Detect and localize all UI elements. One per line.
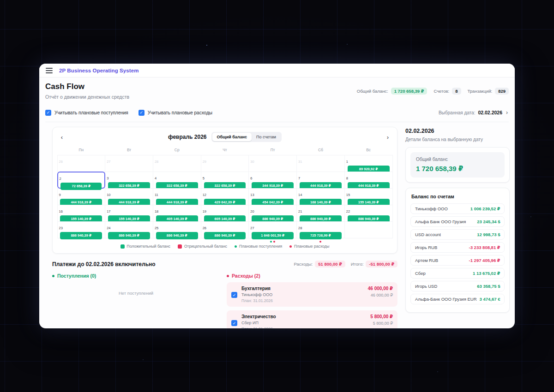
checkbox-checked-icon[interactable]: ✓ [138, 110, 145, 116]
summary-label: Итого: [351, 261, 364, 267]
calendar-day[interactable]: 12429 642,39 ₽ [201, 188, 249, 205]
expense-item[interactable]: ✓ЭлектричествоСбер ИППлан: 31.01.20265 8… [227, 310, 397, 328]
account-balance: 23 245,34 $ [477, 219, 500, 224]
calendar-day[interactable]: 22886 940,39 ₽ [344, 205, 393, 222]
calendar-day[interactable]: 18405 140,39 ₽ [153, 205, 201, 222]
weekday-label: Чт [201, 146, 249, 154]
calendar-day[interactable] [344, 221, 393, 238]
calendar-day[interactable]: 26886 940,39 ₽ [201, 221, 249, 238]
calendar-day[interactable]: 4322 658,39 ₽ [153, 172, 201, 189]
filter-checkbox-2[interactable]: ✓Учитывать плановые расходы [138, 110, 212, 116]
planned-expense-dot-icon [319, 241, 321, 243]
app-title: 2P Business Operating System [59, 68, 139, 73]
calendar-day[interactable]: 8444 918,39 ₽ [344, 172, 393, 189]
expense-title: Бухгалтерия [241, 286, 364, 291]
chevron-right-icon[interactable]: › [505, 109, 509, 116]
expense-checkbox-icon[interactable]: ✓ [231, 320, 237, 326]
account-name: Артем RUB [415, 258, 438, 263]
calendar-day[interactable]: 28725 726,99 ₽ [296, 221, 345, 238]
calendar-day[interactable]: 11444 918,39 ₽ [153, 188, 201, 205]
calendar-day[interactable]: 16155 140,39 ₽ [57, 205, 106, 222]
weekday-label: Пн [57, 146, 105, 154]
expense-item[interactable]: ✓БухгалтерияТинькофф ОООПлан: 31.01.2026… [227, 282, 397, 307]
calendar-view-toggle: Общий балансПо счетам [211, 132, 282, 142]
account-name: USD account [415, 232, 441, 237]
expense-amount-sub: 46 000,00 ₽ [368, 293, 393, 297]
income-header: Поступления (0) [52, 273, 220, 279]
total-balance-label: Общий баланс [416, 157, 499, 162]
calendar-day[interactable]: 6344 918,39 ₽ [248, 172, 297, 189]
calendar-day[interactable]: 27 [105, 155, 153, 172]
account-row[interactable]: Артем RUB-1 297 405,96 ₽ [410, 255, 505, 266]
legend-item: Плановые расходы [289, 244, 329, 249]
calendar-day[interactable]: 3322 658,39 ₽ [105, 172, 153, 189]
calendar-month-label: февраль 2026 [168, 134, 206, 140]
selected-date-picker[interactable]: Выбранная дата: 02.02.2026 › [439, 109, 509, 116]
calendar-day[interactable]: 19605 140,39 ₽ [201, 205, 249, 222]
hamburger-menu-icon[interactable] [46, 68, 53, 73]
planned-income-dot-icon [270, 241, 272, 243]
calendar-day[interactable]: 7444 918,39 ₽ [296, 172, 345, 189]
account-row[interactable]: Альфа-Банк ООО Грузия EUR3 474,67 € [410, 294, 505, 304]
expense-plan-date: План: 31.01.2026 [241, 298, 364, 303]
calendar-day[interactable]: 26 [57, 155, 106, 172]
calendar-day-selected[interactable]: 272 658,39 ₽ [57, 172, 106, 189]
day-number: 4 [155, 176, 157, 180]
account-name: Альфа Банк ООО Грузия [415, 219, 466, 224]
plan-filters: ✓Учитывать плановые поступления✓Учитыват… [45, 110, 212, 116]
account-row[interactable]: Тинькофф ООО1 006 239,52 ₽ [410, 203, 505, 214]
calendar-day[interactable]: 17155 140,39 ₽ [105, 205, 153, 222]
calendar-legend: Положительный балансОтрицательный баланс… [57, 242, 392, 249]
account-row[interactable]: Альфа Банк ООО Грузия23 245,34 $ [410, 216, 505, 227]
day-number: 8 [346, 176, 348, 180]
accounts-title: Баланс по счетам [410, 194, 505, 199]
day-number: 26 [59, 160, 63, 164]
calendar-day[interactable]: 21886 940,39 ₽ [296, 205, 345, 222]
calendar-prev-button[interactable]: ‹ [57, 134, 66, 141]
filter-label: Учитывать плановые поступления [54, 110, 128, 115]
expense-info: БухгалтерияТинькофф ОООПлан: 31.01.2026 [241, 286, 364, 303]
expense-checkbox-icon[interactable]: ✓ [231, 292, 237, 298]
calendar-day[interactable]: 30 [248, 155, 297, 172]
day-number: 28 [155, 160, 158, 164]
stat-value-badge: 1 720 658,39 ₽ [391, 88, 428, 95]
weekday-label: Вс [344, 146, 392, 154]
calendar-day[interactable]: 23886 940,39 ₽ [57, 221, 106, 238]
calendar-day[interactable]: 24886 940,39 ₽ [105, 221, 153, 238]
calendar-day[interactable]: 29 [201, 155, 249, 172]
day-number: 24 [107, 226, 110, 230]
view-toggle-by-accounts[interactable]: По счетам [252, 133, 281, 141]
income-dot-icon [52, 275, 54, 277]
calendar-day[interactable]: 31 [296, 155, 345, 172]
view-toggle-total[interactable]: Общий баланс [212, 133, 252, 141]
calendar-day[interactable]: 9444 918,39 ₽ [57, 188, 106, 205]
calendar-day[interactable]: 13454 042,39 ₽ [248, 188, 297, 205]
page-title: Cash Flow [45, 82, 129, 91]
calendar-day[interactable]: 20886 940,39 ₽ [248, 205, 297, 222]
day-number: 22 [346, 209, 350, 214]
day-number: 26 [203, 226, 206, 230]
legend-label: Отрицательный баланс [184, 244, 227, 249]
account-row[interactable]: Сбер1 13 675,02 ₽ [410, 268, 505, 279]
legend-label: Положительный баланс [127, 244, 170, 249]
account-row[interactable]: USD account12 998,73 $ [410, 229, 505, 240]
calendar-day[interactable]: 28 [153, 155, 201, 172]
calendar-day[interactable]: 25886 940,39 ₽ [153, 221, 201, 238]
checkbox-checked-icon[interactable]: ✓ [45, 110, 51, 116]
sidebar-subtitle: Детали баланса на выбранную дату [405, 137, 510, 142]
calendar-day[interactable]: 14168 140,39 ₽ [296, 188, 345, 205]
filter-checkbox-1[interactable]: ✓Учитывать плановые поступления [45, 110, 128, 116]
calendar-next-button[interactable]: › [383, 134, 392, 141]
account-row[interactable]: Игорь USD63 358,75 $ [410, 281, 505, 291]
calendar-day[interactable]: 271 646 001,59 ₽ [248, 221, 297, 238]
account-balance: 12 998,73 $ [477, 232, 500, 237]
calendar-day[interactable]: 10444 918,39 ₽ [105, 188, 153, 205]
account-name: Тинькофф ООО [415, 206, 448, 211]
stat-label: Транзакций: [468, 89, 493, 94]
calendar-day[interactable]: 5322 658,39 ₽ [201, 172, 249, 189]
account-balance: -1 297 405,96 ₽ [469, 258, 500, 263]
account-row[interactable]: Игорь RUB-3 233 808,81 ₽ [410, 242, 505, 253]
calendar-day[interactable]: 15155 140,39 ₽ [344, 188, 393, 205]
calendar-day[interactable]: 189 920,92 ₽ [344, 155, 393, 172]
account-name: Альфа-Банк ООО Грузия EUR [415, 297, 477, 302]
